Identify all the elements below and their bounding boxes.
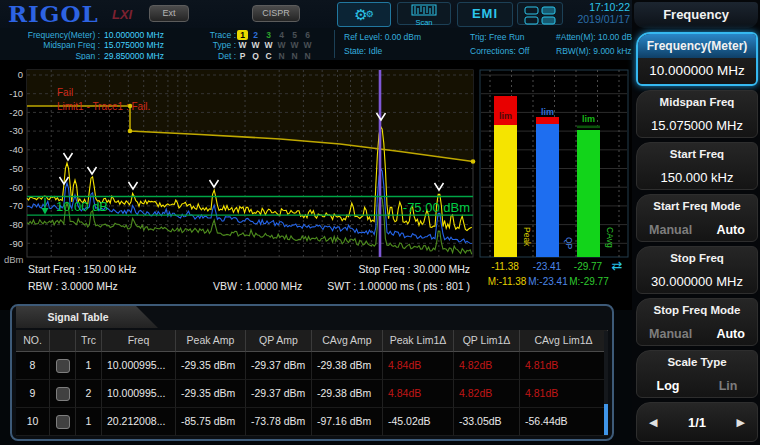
trace-types: WWWWWW	[236, 40, 314, 50]
page-next-icon[interactable]: ▶	[737, 416, 745, 429]
bar-qp	[536, 124, 559, 257]
trace-cell: W	[249, 40, 262, 50]
table-cell: -85.75 dBm	[176, 408, 246, 436]
trace-cell: 4	[275, 30, 288, 40]
option-manual[interactable]: Manual	[649, 327, 692, 341]
fail-flag: Fail	[57, 87, 73, 98]
ref-level-line-readout: -75.00 dBm	[403, 200, 470, 215]
settings-bar: Frequency(Meter) : Midspan Freq : Span :…	[0, 28, 632, 60]
cispr-button[interactable]: CISPR	[252, 5, 300, 22]
layout-button[interactable]	[517, 2, 563, 25]
clock: 17:10:22 2019/01/17	[558, 2, 630, 25]
softkey-label: Scale Type	[637, 351, 757, 374]
table-cell: 4.84dB	[383, 380, 454, 408]
bar-cavg-lim-line	[577, 126, 600, 129]
windows-icon	[524, 6, 557, 25]
option-auto[interactable]: Auto	[716, 327, 744, 341]
row-checkbox[interactable]	[56, 415, 70, 429]
y-axis-label: -30	[9, 125, 23, 136]
midspan-label: Midspan Freq :	[0, 40, 100, 50]
trace-cell: 3	[262, 30, 275, 40]
table-scrollbar-thumb[interactable]	[604, 404, 608, 435]
meter-value-cavg: -29.77	[564, 261, 612, 272]
softkey-value: 10.000000 MHz	[638, 58, 756, 84]
bar-peak-name: Peak	[522, 227, 532, 247]
softkey-value: 150.000 kHz	[637, 166, 757, 189]
trace-cell: W	[301, 40, 314, 50]
trace-numbers: 123456	[236, 30, 314, 40]
bar-peak	[494, 125, 517, 257]
clock-date: 2019/01/17	[558, 14, 630, 26]
y-axis-label: 0	[18, 69, 23, 80]
table-cell: 4.82dB	[454, 352, 520, 380]
softkey-value: 15.075000 MHz	[637, 114, 757, 137]
ext-button[interactable]: Ext	[149, 5, 189, 22]
bar-cavg-lim-label: lim	[582, 114, 595, 124]
y-axis-label: -90	[9, 238, 23, 249]
delta-readout: 10.00 dB	[56, 199, 108, 214]
y-axis-label: -60	[9, 182, 23, 193]
ref-state-block: Ref Level: 0.00 dBm State: Idle	[344, 31, 421, 58]
softkey-midspan-freq[interactable]: Midspan Freq 15.075000 MHz	[636, 90, 758, 138]
trace-cell: 2	[249, 30, 262, 40]
page-prev-icon[interactable]: ◀	[649, 416, 657, 429]
table-cell: -97.16 dBm	[312, 408, 383, 436]
table-cell: 8	[16, 352, 50, 380]
table-cell: 4.81dB	[520, 380, 608, 408]
row-checkbox[interactable]	[56, 387, 70, 401]
scan-icon	[411, 4, 437, 16]
corrections-readout: Corrections: Off	[470, 45, 529, 59]
type-label: Type :	[170, 40, 236, 50]
row-checkbox-cell	[50, 380, 76, 408]
option-log[interactable]: Log	[657, 379, 680, 393]
settings-gear-button[interactable]: ⚙⚙	[337, 2, 391, 27]
table-header-cell: CAvg Lim1Δ	[520, 330, 608, 352]
swt-readout: SWT : 1.00000 ms ( pts : 801 )	[327, 280, 470, 292]
trace-cell: W	[262, 40, 275, 50]
trace-cell: W	[236, 40, 249, 50]
option-auto[interactable]: Auto	[716, 223, 744, 237]
y-axis-label: -20	[9, 107, 23, 118]
table-cell: -45.02dB	[383, 408, 454, 436]
softkey-label: Stop Freq Mode	[637, 299, 757, 322]
limit-fail-message: Limit1 - Trace1 : Fail.	[57, 101, 150, 112]
table-cell: 4.81dB	[520, 352, 608, 380]
softkey-stop-freq[interactable]: Stop Freq 30.000000 MHz	[636, 246, 758, 294]
softkey-scale-type[interactable]: Scale Type Log Lin	[636, 350, 758, 398]
meter-value-peak: -11.38	[481, 261, 529, 272]
signal-table-tab[interactable]: Signal Table	[16, 306, 158, 328]
bar-peak-lim-label: lim	[499, 111, 512, 121]
scan-button[interactable]: Scan	[397, 2, 451, 25]
softkey-start-freq[interactable]: Start Freq 150.000 kHz	[636, 142, 758, 190]
bar-cavg-name: CAvg	[605, 227, 615, 248]
option-manual[interactable]: Manual	[649, 223, 692, 237]
softkey-stop-freq-mode[interactable]: Stop Freq Mode Manual Auto	[636, 298, 758, 346]
trace-label: Trace :	[170, 30, 236, 40]
y-axis-label: -40	[9, 144, 23, 155]
freq-meter-value: 10.000000 MHz	[104, 30, 164, 40]
row-checkbox[interactable]	[56, 359, 70, 373]
trace-status-block: Trace :123456 Type :WWWWWW Det :PQCNNN	[170, 30, 314, 61]
ref-level-readout: Ref Level: 0.00 dBm	[344, 31, 421, 45]
table-cell: -29.38 dBm	[312, 352, 383, 380]
state-readout: State: Idle	[344, 45, 421, 59]
vbw-readout: VBW : 1.0000 MHz	[213, 280, 302, 292]
sidebar-pager: ◀ 1/1 ▶	[636, 402, 758, 442]
clock-time: 17:10:22	[558, 2, 630, 14]
start-freq-readout: Start Freq : 150.00 kHz	[28, 263, 137, 275]
trace-cell: 5	[288, 30, 301, 40]
bar-qp-name: QP	[564, 237, 574, 250]
table-cell: 9	[16, 380, 50, 408]
trace-cell: W	[288, 40, 301, 50]
softkey-label: Start Freq	[637, 143, 757, 166]
softkey-start-freq-mode[interactable]: Start Freq Mode Manual Auto	[636, 194, 758, 242]
option-lin[interactable]: Lin	[719, 379, 738, 393]
softkey-frequency-meter[interactable]: Frequency(Meter) 10.000000 MHz	[636, 32, 758, 86]
frequency-settings-values: 10.000000 MHz 15.075000 MHz 29.850000 MH…	[104, 30, 164, 61]
table-cell: 4.82dB	[454, 380, 520, 408]
atten-block: #Atten(M): 10.00 dB RBW(M): 9.000 kHz	[556, 31, 632, 58]
swap-icon[interactable]: ⇄	[607, 258, 627, 273]
emi-button[interactable]: EMI	[457, 2, 513, 27]
table-cell: 20.212008...	[102, 408, 176, 436]
table-header-cell: QP Lim1Δ	[454, 330, 520, 352]
